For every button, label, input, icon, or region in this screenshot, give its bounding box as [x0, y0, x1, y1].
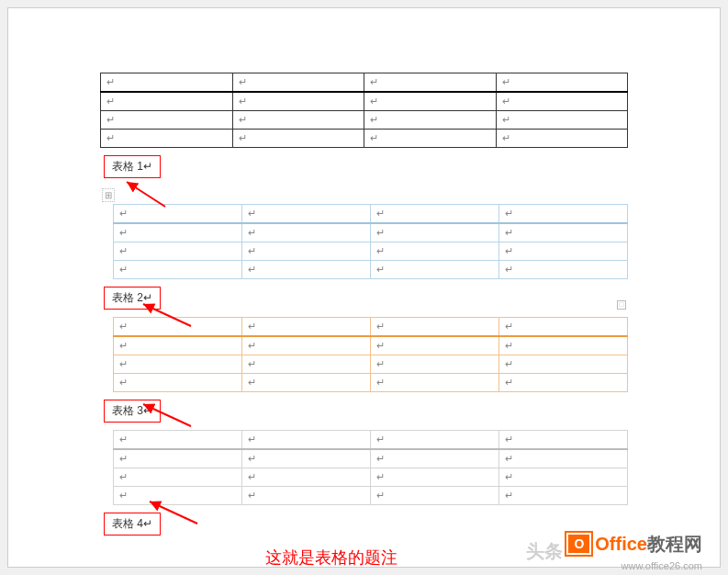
table-cell: ↵ — [242, 223, 371, 242]
table-cell: ↵ — [114, 242, 242, 261]
watermark-office: OOffice教程网 — [566, 532, 702, 557]
table-cell: ↵ — [499, 318, 628, 337]
table-cell: ↵ — [242, 355, 371, 374]
watermark-brand-orange: Office — [595, 534, 647, 554]
caption-3: 表格 3↵ — [104, 400, 161, 423]
table-cell: ↵ — [101, 73, 233, 93]
table-cell: ↵ — [242, 318, 371, 337]
office-logo-icon: O — [566, 533, 591, 555]
table-2: ↵↵↵↵ ↵↵↵↵ ↵↵↵↵ ↵↵↵↵ — [113, 204, 628, 279]
table-cell: ↵ — [232, 73, 364, 93]
table-cell: ↵ — [371, 431, 499, 450]
table-cell: ↵ — [114, 261, 242, 279]
table-cell: ↵ — [371, 355, 499, 374]
caption-4: 表格 4↵ — [104, 513, 161, 536]
caption-1: 表格 1↵ — [104, 155, 161, 178]
table-cell: ↵ — [364, 73, 497, 93]
watermark-brand-gray: 教程网 — [647, 534, 702, 554]
table-resize-handle-icon: □ — [617, 300, 626, 310]
table-cell: ↵ — [371, 449, 499, 468]
table-cell: ↵ — [242, 449, 371, 468]
table-cell: ↵ — [499, 487, 628, 505]
table-3: ↵↵↵↵ ↵↵↵↵ ↵↵↵↵ ↵↵↵↵ — [113, 317, 628, 392]
table-cell: ↵ — [371, 468, 499, 487]
table-cell: ↵ — [499, 431, 628, 450]
table-cell: ↵ — [114, 205, 242, 224]
table-cell: ↵ — [499, 449, 628, 468]
table-row: ↵↵↵↵ — [114, 468, 628, 487]
table-cell: ↵ — [364, 111, 497, 130]
table-cell: ↵ — [499, 223, 628, 242]
table-cell: ↵ — [499, 355, 628, 374]
table-row: ↵↵↵↵ — [114, 431, 628, 450]
table-cell: ↵ — [101, 111, 233, 130]
table-cell: ↵ — [499, 261, 628, 279]
table-cell: ↵ — [242, 468, 371, 487]
table-cell: ↵ — [242, 431, 371, 450]
table-cell: ↵ — [499, 242, 628, 261]
table-cell: ↵ — [499, 336, 628, 355]
table-cell: ↵ — [114, 431, 242, 450]
table-row: ↵↵↵↵ — [114, 223, 628, 242]
table-cell: ↵ — [371, 374, 499, 392]
watermark-left: 头条 — [526, 539, 563, 564]
table-row: ↵↵↵↵ — [101, 111, 628, 130]
table-cell: ↵ — [371, 261, 499, 279]
caption-2: 表格 2↵ — [104, 287, 161, 310]
table-cell: ↵ — [242, 261, 371, 279]
table-cell: ↵ — [496, 111, 628, 130]
table-cell: ↵ — [114, 468, 242, 487]
table-cell: ↵ — [499, 374, 628, 392]
table-row: ↵↵↵↵ — [114, 336, 628, 355]
table-cell: ↵ — [496, 130, 628, 148]
table-anchor-icon: ⊞ — [102, 188, 115, 202]
table-cell: ↵ — [114, 487, 242, 505]
table-row: ↵↵↵↵ — [114, 449, 628, 468]
table-cell: ↵ — [371, 205, 499, 224]
table-row: ↵↵↵↵ — [114, 487, 628, 505]
table-cell: ↵ — [371, 223, 499, 242]
table-cell: ↵ — [242, 374, 371, 392]
table-cell: ↵ — [232, 92, 364, 111]
table-cell: ↵ — [114, 374, 242, 392]
table-cell: ↵ — [114, 223, 242, 242]
table-cell: ↵ — [101, 130, 233, 148]
table-row: ↵↵↵↵ — [114, 261, 628, 279]
table-cell: ↵ — [232, 130, 364, 148]
table-row: ↵↵↵↵ — [114, 242, 628, 261]
table-cell: ↵ — [364, 92, 497, 111]
table-cell: ↵ — [371, 487, 499, 505]
table-1: ↵↵↵↵ ↵↵↵↵ ↵↵↵↵ ↵↵↵↵ — [100, 73, 628, 148]
table-cell: ↵ — [242, 242, 371, 261]
table-cell: ↵ — [232, 111, 364, 130]
document-page: ↵↵↵↵ ↵↵↵↵ ↵↵↵↵ ↵↵↵↵ 表格 1↵ ⊞ ↵↵↵↵ ↵↵↵↵ ↵↵… — [7, 7, 721, 568]
table-cell: ↵ — [101, 92, 233, 111]
table-cell: ↵ — [499, 468, 628, 487]
table-row: ↵↵↵↵ — [114, 355, 628, 374]
table-cell: ↵ — [371, 318, 499, 337]
table-cell: ↵ — [499, 205, 628, 224]
table-row: ↵↵↵↵ — [114, 205, 628, 224]
table-row: ↵↵↵↵ — [114, 374, 628, 392]
table-cell: ↵ — [114, 336, 242, 355]
watermark-url: www.office26.com — [622, 560, 702, 571]
table-cell: ↵ — [114, 449, 242, 468]
table-cell: ↵ — [496, 92, 628, 111]
table-cell: ↵ — [496, 73, 628, 93]
table-cell: ↵ — [114, 318, 242, 337]
table-cell: ↵ — [242, 205, 371, 224]
table-row: ↵↵↵↵ — [101, 92, 628, 111]
table-cell: ↵ — [242, 336, 371, 355]
table-cell: ↵ — [114, 355, 242, 374]
table-row: ↵↵↵↵ — [101, 130, 628, 148]
table-cell: ↵ — [242, 487, 371, 505]
table-cell: ↵ — [371, 336, 499, 355]
table-row: ↵↵↵↵ — [101, 73, 628, 93]
table-row: ↵↵↵↵ — [114, 318, 628, 337]
table-cell: ↵ — [371, 242, 499, 261]
table-4: ↵↵↵↵ ↵↵↵↵ ↵↵↵↵ ↵↵↵↵ — [113, 430, 628, 505]
table-cell: ↵ — [364, 130, 497, 148]
